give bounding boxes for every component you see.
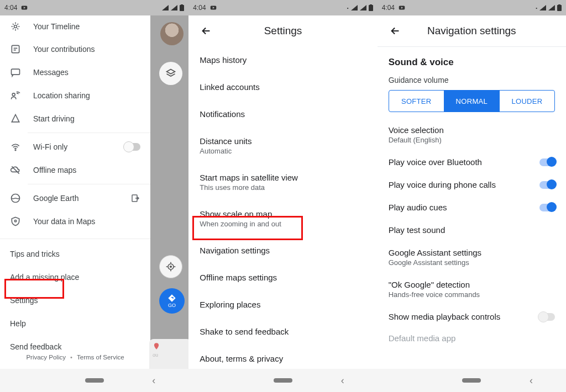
svg-rect-4 — [180, 5, 184, 11]
phone-calls-toggle[interactable] — [539, 181, 555, 189]
location-sharing-icon — [10, 90, 21, 101]
drawer-link-add-place[interactable]: Add a missing place — [0, 266, 150, 289]
status-bar: 4:04 — [0, 0, 188, 15]
nav-drawer: Your Timeline Your contributions Message… — [0, 15, 150, 369]
item-bluetooth-voice[interactable]: Play voice over Bluetooth — [378, 151, 566, 173]
drawer-link-help[interactable]: Help — [0, 312, 150, 335]
status-bar: 4:04 • — [378, 0, 566, 15]
signal-icon — [351, 5, 358, 10]
drawer-item-messages[interactable]: Messages — [0, 61, 150, 84]
item-voice-selection[interactable]: Voice selection Default (English) — [378, 121, 566, 151]
wifi-only-toggle[interactable] — [125, 143, 140, 151]
bluetooth-toggle[interactable] — [539, 158, 555, 166]
svg-rect-21 — [370, 4, 372, 6]
crosshair-icon — [165, 261, 176, 272]
home-pill[interactable] — [462, 378, 481, 383]
item-audio-cues[interactable]: Play audio cues — [378, 196, 566, 219]
back-button[interactable] — [384, 20, 406, 42]
locate-button[interactable] — [159, 255, 182, 278]
item-shake-feedback[interactable]: Shake to send feedback — [188, 318, 377, 345]
app-bar: Settings — [188, 15, 377, 46]
item-maps-history[interactable]: Maps history — [188, 46, 377, 73]
svg-marker-19 — [360, 5, 366, 10]
svg-point-9 — [12, 93, 15, 96]
divider — [28, 184, 150, 184]
open-external-icon — [130, 193, 140, 203]
svg-rect-20 — [369, 5, 373, 11]
wifi-icon — [10, 141, 21, 152]
privacy-link[interactable]: Privacy Policy — [26, 354, 66, 361]
earth-icon — [10, 193, 21, 204]
drawer-link-settings[interactable]: Settings — [0, 289, 150, 312]
system-nav-bars: ‹ ‹ ‹ — [0, 369, 566, 392]
drawer-link-tips[interactable]: Tips and tricks — [0, 242, 150, 266]
home-pill[interactable] — [274, 378, 292, 383]
screen-drawer: 4:04 Your Timeline Your contributions Me… — [0, 0, 188, 369]
avatar[interactable] — [160, 22, 184, 45]
item-satellite-view[interactable]: Start maps in satellite view This uses m… — [188, 164, 377, 200]
back-gesture-icon[interactable]: ‹ — [152, 375, 155, 386]
drawer-item-google-earth[interactable]: Google Earth — [0, 187, 150, 210]
seg-softer[interactable]: SOFTER — [389, 91, 444, 112]
drawer-item-start-driving[interactable]: Start driving — [0, 107, 150, 130]
screen-navigation-settings: 4:04 • Navigation settings Sound & voice… — [378, 0, 566, 369]
youtube-icon — [20, 4, 28, 12]
media-controls-toggle[interactable] — [539, 313, 555, 321]
back-button[interactable] — [195, 20, 217, 42]
drawer-item-timeline[interactable]: Your Timeline — [0, 15, 150, 38]
item-show-scale[interactable]: Show scale on map When zooming in and ou… — [188, 200, 377, 237]
screen-settings: 4:04 • Settings Maps history Linked acco… — [188, 0, 377, 369]
svg-rect-7 — [12, 45, 19, 52]
section-sound-voice: Sound & voice — [378, 47, 566, 72]
status-time: 4:04 — [382, 4, 395, 12]
item-navigation-settings[interactable]: Navigation settings — [188, 237, 377, 264]
app-bar: Navigation settings — [378, 15, 566, 46]
arrow-left-icon — [389, 25, 401, 37]
item-notifications[interactable]: Notifications — [188, 100, 377, 128]
drawer-item-offline-maps[interactable]: Offline maps — [0, 158, 150, 182]
nav-bar: ‹ — [0, 369, 188, 392]
nav-bar: ‹ — [378, 369, 566, 392]
directions-icon — [167, 294, 176, 303]
item-offline-maps-settings[interactable]: Offline maps settings — [188, 264, 377, 291]
bottom-sheet-peek[interactable]: ou — [149, 339, 188, 369]
svg-rect-8 — [12, 69, 20, 75]
page-title: Settings — [217, 25, 348, 37]
layers-button[interactable] — [159, 62, 182, 85]
messages-icon — [10, 67, 21, 78]
guidance-volume-segmented: SOFTER NORMAL LOUDER — [389, 90, 555, 112]
svg-marker-2 — [162, 5, 169, 10]
svg-rect-26 — [557, 5, 562, 11]
item-media-controls[interactable]: Show media playback controls — [378, 305, 566, 328]
signal-icon — [162, 5, 169, 10]
back-gesture-icon[interactable]: ‹ — [530, 375, 533, 386]
drawer-item-wifi-only[interactable]: Wi-Fi only — [0, 135, 150, 158]
settings-list: Maps history Linked accounts Notificatio… — [188, 46, 377, 369]
item-phone-calls-voice[interactable]: Play voice during phone calls — [378, 173, 566, 196]
drawer-item-contributions[interactable]: Your contributions — [0, 38, 150, 61]
go-button[interactable]: GO — [159, 288, 185, 314]
item-linked-accounts[interactable]: Linked accounts — [188, 73, 377, 100]
item-distance-units[interactable]: Distance units Automatic — [188, 128, 377, 164]
divider — [28, 133, 150, 133]
item-assistant-settings[interactable]: Google Assistant settings Google Assista… — [378, 241, 566, 273]
seg-louder[interactable]: LOUDER — [499, 91, 554, 112]
divider — [0, 239, 150, 239]
guidance-volume-label: Guidance volume — [378, 72, 566, 90]
terms-link[interactable]: Terms of Service — [77, 354, 124, 361]
layers-icon — [165, 68, 176, 79]
seg-normal[interactable]: NORMAL — [444, 91, 499, 112]
status-time: 4:04 — [4, 4, 17, 12]
audio-cues-toggle[interactable] — [539, 204, 555, 211]
item-play-test-sound[interactable]: Play test sound — [378, 219, 566, 241]
back-gesture-icon[interactable]: ‹ — [341, 375, 344, 386]
item-exploring-places[interactable]: Exploring places — [188, 291, 377, 318]
drawer-item-location-sharing[interactable]: Location sharing — [0, 84, 150, 107]
battery-icon — [557, 4, 562, 11]
svg-marker-25 — [548, 5, 555, 10]
drawer-item-your-data[interactable]: Your data in Maps — [0, 210, 150, 233]
home-pill[interactable] — [85, 378, 104, 383]
item-about-terms[interactable]: About, terms & privacy — [188, 345, 377, 369]
item-ok-google[interactable]: "Ok Google" detection Hands-free voice c… — [378, 273, 566, 305]
svg-point-15 — [170, 266, 172, 268]
